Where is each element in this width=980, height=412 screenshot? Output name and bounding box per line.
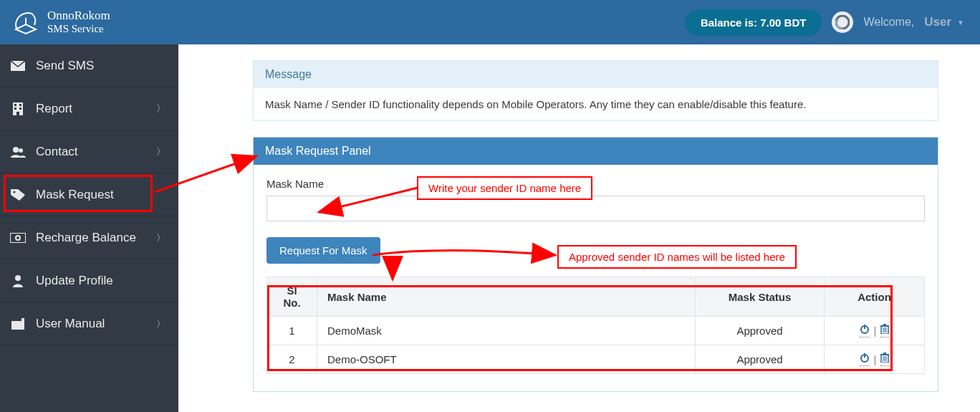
svg-point-11: [16, 236, 20, 240]
cash-icon: [10, 233, 26, 243]
cell-name: DemoMask: [317, 317, 696, 345]
cell-slno: 2: [267, 345, 317, 374]
svg-rect-2: [14, 104, 16, 106]
building-icon: [10, 102, 26, 115]
col-status: Mask Status: [696, 277, 825, 317]
top-header: OnnoRokom SMS Service Balance is: 7.00 B…: [0, 0, 980, 44]
svg-rect-15: [21, 318, 24, 321]
table-row: 1 DemoMask Approved |: [267, 317, 925, 345]
users-icon: [10, 146, 26, 158]
user-menu[interactable]: User ▼: [924, 15, 964, 29]
sidebar-item-report[interactable]: Report 〉: [0, 87, 178, 130]
svg-rect-4: [14, 107, 16, 110]
svg-point-7: [13, 147, 19, 153]
svg-rect-5: [19, 107, 21, 110]
trash-icon[interactable]: [880, 324, 889, 337]
chevron-right-icon: 〉: [156, 145, 165, 158]
chevron-right-icon: 〉: [156, 231, 165, 244]
sidebar-item-update-profile[interactable]: Update Profile: [0, 259, 178, 302]
cell-slno: 1: [267, 317, 317, 345]
sidebar-item-label: Send SMS: [36, 59, 94, 73]
sidebar-item-contact[interactable]: Contact 〉: [0, 130, 178, 173]
cell-name: Demo-OSOFT: [317, 345, 696, 374]
envelope-icon: [10, 61, 26, 71]
panel-title: Mask Request Panel: [254, 138, 938, 165]
sidebar-item-user-manual[interactable]: User Manual 〉: [0, 302, 178, 345]
balance-pill[interactable]: Balance is: 7.00 BDT: [685, 9, 822, 36]
manual-icon: [10, 318, 26, 330]
user-name: User: [924, 15, 951, 29]
info-panel: Message Mask Name / Sender ID functional…: [253, 60, 938, 121]
chevron-right-icon: 〉: [156, 317, 165, 330]
svg-rect-3: [19, 104, 21, 106]
main-content: Message Mask Name / Sender ID functional…: [178, 44, 980, 412]
tags-icon: [10, 189, 26, 201]
company-avatar-icon[interactable]: [832, 11, 853, 33]
separator: |: [874, 325, 877, 337]
sidebar-item-label: Mask Request: [36, 188, 114, 202]
svg-rect-10: [10, 233, 26, 243]
brand-line2: SMS Service: [47, 23, 110, 35]
sidebar-item-label: Recharge Balance: [36, 231, 136, 245]
info-panel-title: Message: [254, 61, 938, 88]
sidebar-item-recharge[interactable]: Recharge Balance 〉: [0, 216, 178, 259]
user-icon: [10, 274, 26, 287]
annotation-write-hint: Write your sender ID name here: [417, 176, 592, 200]
welcome-text: Welcome,: [863, 16, 914, 29]
brand-icon: [11, 8, 40, 37]
cell-status: Approved: [696, 345, 825, 374]
sidebar-item-label: Update Profile: [36, 274, 113, 288]
sidebar-item-mask-request[interactable]: Mask Request: [0, 173, 178, 216]
annotation-approved-hint: Approved sender ID names will be listed …: [557, 245, 797, 269]
cell-status: Approved: [696, 317, 825, 345]
sidebar: Send SMS Report 〉 Contact 〉 Mask Request: [0, 44, 178, 412]
power-icon[interactable]: [860, 353, 870, 366]
mask-table: Sl No. Mask Name Mask Status Action 1 De…: [266, 277, 925, 374]
sidebar-item-label: Report: [36, 102, 72, 116]
request-mask-button[interactable]: Request For Mask: [266, 237, 380, 264]
sidebar-item-label: User Manual: [36, 317, 105, 331]
mask-name-label: Mask Name: [266, 178, 925, 190]
col-maskname: Mask Name: [317, 277, 696, 317]
col-slno: Sl No.: [267, 277, 317, 317]
mask-name-input[interactable]: [266, 196, 925, 221]
svg-rect-6: [16, 112, 19, 115]
table-row: 2 Demo-OSOFT Approved |: [267, 345, 925, 374]
separator: |: [874, 353, 877, 365]
info-panel-body: Mask Name / Sender ID functionality depe…: [254, 88, 938, 120]
brand-line1: OnnoRokom: [47, 9, 110, 23]
svg-point-9: [14, 191, 16, 193]
chevron-right-icon: 〉: [156, 102, 165, 115]
power-icon[interactable]: [860, 324, 870, 337]
sidebar-item-send-sms[interactable]: Send SMS: [0, 44, 178, 87]
svg-point-8: [19, 148, 23, 153]
trash-icon[interactable]: [880, 353, 889, 366]
caret-down-icon: ▼: [957, 19, 964, 27]
brand-logo: OnnoRokom SMS Service: [0, 0, 178, 44]
svg-point-12: [15, 275, 21, 281]
sidebar-item-label: Contact: [36, 145, 78, 159]
col-action: Action: [825, 277, 925, 317]
